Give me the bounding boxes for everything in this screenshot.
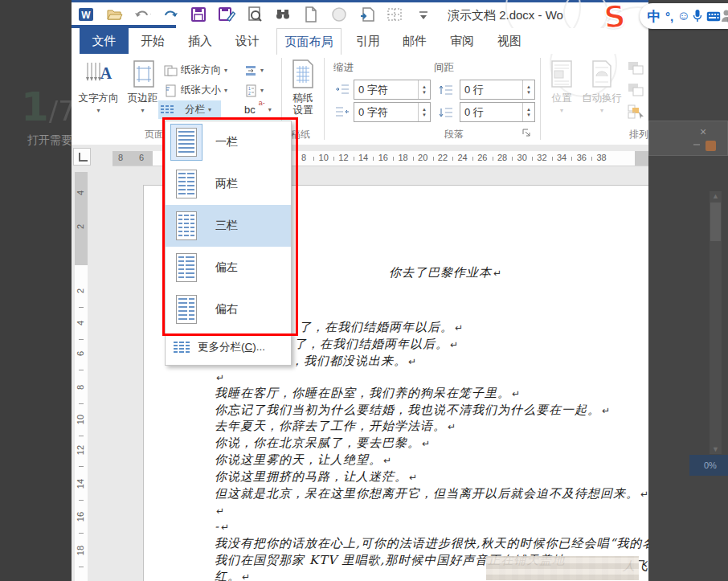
faint-scrollbar[interactable]: ▲ ▼: [710, 191, 722, 454]
paragraph-mark: ↵: [422, 438, 431, 449]
document-text-line[interactable]: 了，在我们结婚两年以后。↵: [294, 337, 459, 352]
tab-视图[interactable]: 视图: [493, 28, 526, 53]
ruler-tick: [79, 533, 84, 534]
paragraph-mark: ↵: [493, 268, 502, 279]
orientation-button[interactable]: 纸张方向▾: [162, 61, 230, 80]
document-text-line[interactable]: -↵: [215, 519, 230, 534]
document-text-line[interactable]: 去年夏天，你辞去了工作，开始学法语。↵: [215, 419, 456, 434]
document-text-line[interactable]: 红。↵: [215, 569, 251, 581]
ime-user-icon[interactable]: 10: [721, 3, 728, 29]
space-after-input[interactable]: 0 行▲▼: [460, 102, 535, 122]
spinner-arrows[interactable]: ▲▼: [418, 80, 430, 99]
sogou-logo-icon[interactable]: S: [595, 0, 636, 35]
indent-right-input[interactable]: 0 字符▲▼: [354, 102, 431, 122]
undo-icon[interactable]: [133, 6, 151, 23]
tab-邮件[interactable]: 邮件: [398, 28, 431, 53]
breaks-button[interactable]: ▾: [242, 61, 266, 80]
close-icon[interactable]: ×: [700, 126, 706, 137]
scroll-up-icon: ▲: [712, 192, 719, 200]
new-document-icon[interactable]: [302, 6, 320, 23]
vertical-ruler[interactable]: 4224681012141618: [75, 172, 88, 581]
paper-size-button[interactable]: 纸张大小▾: [162, 81, 230, 100]
save-icon[interactable]: [190, 6, 207, 23]
ruler-tick: [79, 370, 84, 370]
tab-页面布局[interactable]: 页面布局: [276, 28, 342, 55]
ruler-tick: [433, 157, 434, 161]
selection-pane-icon: [627, 104, 648, 120]
spinner-arrows[interactable]: ▲▼: [522, 80, 534, 99]
paragraph-dialog-launcher-icon[interactable]: [522, 129, 532, 138]
document-text-line[interactable]: 了，在我们结婚两年以后。↵: [299, 320, 464, 335]
tab-开始[interactable]: 开始: [136, 28, 170, 53]
tab-审阅[interactable]: 审阅: [445, 28, 479, 53]
ime-punctuation-toggle[interactable]: °,: [662, 3, 677, 29]
hyphenation-button[interactable]: bca- ▾: [242, 100, 274, 119]
more-columns-menu-item[interactable]: 更多分栏(C)...: [166, 334, 291, 360]
ruler-tick: [79, 307, 84, 308]
customize-qat-icon[interactable]: [415, 6, 432, 23]
word-logo-icon[interactable]: W: [77, 6, 95, 23]
document-text-line[interactable]: ，我们都没说出来。↵: [291, 354, 417, 369]
margins-button[interactable]: 页边距 ▾: [121, 56, 164, 137]
position-button[interactable]: 位置 ▾: [543, 56, 580, 137]
space-before-input[interactable]: 0 行▲▼: [460, 80, 535, 100]
selection-pane-button[interactable]: [624, 102, 648, 121]
ime-language-toggle[interactable]: 中: [646, 3, 662, 29]
send-backward-button[interactable]: [624, 80, 648, 99]
line-numbers-button[interactable]: 12 ▾: [242, 81, 266, 100]
document-text-line[interactable]: 你说这里雾的天，让人绝望。↵: [215, 452, 392, 468]
ruler-tick: [79, 567, 84, 567]
print-preview-icon[interactable]: [246, 6, 264, 23]
tab-stop-selector[interactable]: [73, 148, 91, 166]
document-text-line[interactable]: ↵: [215, 370, 225, 384]
document-text-line[interactable]: 我睡在客厅，你睡在卧室，我们养的狗呆在笼子里。↵: [215, 386, 521, 401]
indent-left-input[interactable]: 0 字符▲▼: [354, 80, 431, 100]
tab-引用[interactable]: 引用: [351, 28, 385, 53]
paper-size-icon: [164, 84, 178, 97]
document-text-line[interactable]: ↵: [215, 503, 225, 518]
document-text-line[interactable]: 但这就是北京，呆在这里你想离开它，但当离开以后就会迫不及待想回来。↵: [215, 486, 648, 501]
save-as-icon[interactable]: [218, 6, 235, 23]
position-icon: [547, 59, 576, 89]
ruler-number: 30: [516, 153, 529, 162]
ruler-number: 2: [76, 285, 87, 297]
quick-access-toolbar: W: [77, 5, 432, 24]
ime-emoji-icon[interactable]: ☺: [677, 3, 691, 29]
ribbon-tab-bar: 文件开始插入设计页面布局引用邮件审阅视图: [72, 28, 648, 55]
document-text-line[interactable]: 你说，你在北京呆腻了，要去巴黎。↵: [215, 436, 431, 451]
bring-forward-icon: [627, 60, 648, 76]
window-title: 演示文档 2.docx - Wo: [448, 8, 600, 23]
ime-microphone-icon[interactable]: [691, 3, 704, 29]
record-circle-icon[interactable]: [330, 6, 348, 23]
redo-icon[interactable]: [162, 6, 179, 23]
columns-button[interactable]: 分栏▾: [158, 100, 221, 119]
ruler-number: 38: [595, 153, 608, 162]
wrap-text-button[interactable]: 自动换行 ▾: [581, 56, 623, 137]
document-text-line[interactable]: 你说这里拥挤的马路，让人迷茫。↵: [215, 469, 418, 485]
ruler-number: 34: [555, 153, 568, 162]
chevron-down-icon: ▾: [543, 107, 580, 114]
document-text-line[interactable]: 你忘记了我们当初为什么要结婚，我也说不清我们为什么要在一起。↵: [215, 403, 611, 418]
tab-文件[interactable]: 文件: [80, 28, 129, 54]
ruler-tick: [532, 157, 533, 161]
ime-keyboard-icon[interactable]: [706, 3, 722, 29]
paste-page-icon[interactable]: [358, 6, 376, 23]
document-text-line[interactable]: 我没有把你的话放在心上,可你的法语进步很快,秋天的时候你已经会唱“我的名字叫伊莲: [215, 536, 648, 551]
text-direction-button[interactable]: A 文字方向 ▾: [76, 56, 121, 137]
spinner-arrows[interactable]: ▲▼: [418, 103, 430, 121]
scrollbar-thumb[interactable]: [710, 203, 721, 241]
find-icon[interactable]: [274, 6, 292, 23]
document-title-line[interactable]: 你去了巴黎作业本↵: [389, 265, 502, 280]
table-grid-icon[interactable]: [386, 6, 404, 23]
bring-forward-button[interactable]: [624, 59, 648, 77]
spinner-arrows[interactable]: ▲▼: [522, 103, 534, 121]
paragraph-mark: ↵: [242, 571, 251, 581]
tab-设计[interactable]: 设计: [231, 28, 264, 53]
ruler-number: 14: [76, 478, 87, 489]
ruler-number: 36: [575, 153, 588, 162]
ruler-number: 22: [436, 153, 449, 162]
tab-插入[interactable]: 插入: [183, 28, 217, 53]
open-folder-icon[interactable]: [105, 6, 123, 23]
svg-text:2: 2: [248, 91, 251, 96]
ime-toolbar: 中 °, ☺ 10: [640, 3, 728, 29]
